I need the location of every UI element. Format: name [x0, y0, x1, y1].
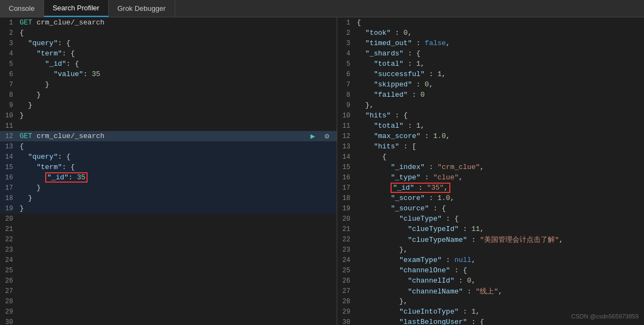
line-number: 22 [0, 236, 17, 243]
left-line-23: 23 [0, 245, 337, 255]
right-line-13: 13 "hits" : [ [337, 141, 644, 152]
line-content: "query": { [17, 39, 337, 47]
line-content: "_score" : 1.0, [355, 194, 644, 202]
right-line-7: 7 "skipped" : 0, [337, 79, 644, 90]
watermark: CSDN @csdn565973859 [571, 313, 639, 320]
right-panel[interactable]: 1{2 "took" : 0,3 "timed_out" : false,4 "… [337, 17, 644, 325]
line-number: 3 [0, 40, 17, 47]
line-content: }, [355, 246, 644, 254]
line-number: 1 [0, 19, 17, 27]
line-content: "total" : 1, [355, 60, 644, 68]
line-content: } [17, 184, 337, 192]
tab-console[interactable]: Console [0, 0, 44, 17]
line-number: 12 [0, 133, 17, 140]
right-line-1: 1{ [337, 17, 644, 28]
right-line-3: 3 "timed_out" : false, [337, 38, 644, 48]
line-content: { [355, 153, 644, 161]
left-line-20: 20 [0, 214, 337, 224]
line-number: 14 [337, 153, 355, 161]
line-number: 13 [0, 143, 17, 151]
right-line-14: 14 { [337, 152, 644, 162]
line-number: 2 [337, 29, 355, 37]
left-line-12: 12GET crm_clue/_search▶⚙ [0, 131, 337, 141]
right-line-25: 25 "channelOne" : { [337, 265, 644, 276]
line-content: "channelName" : "线上", [355, 286, 644, 296]
left-line-27: 27 [0, 286, 337, 296]
tab-search-profiler[interactable]: Search Profiler [44, 0, 109, 17]
line-content: }, [355, 297, 644, 305]
line-content: "successful" : 1, [355, 70, 644, 78]
app-container: Console Search Profiler Grok Debugger 1G… [0, 0, 644, 325]
line-content: } [17, 194, 337, 202]
left-line-9: 9 } [0, 100, 337, 110]
line-content: } [17, 91, 337, 99]
left-panel: 1GET crm_clue/_search2{3 "query": {4 "te… [0, 17, 337, 325]
line-number: 28 [337, 298, 355, 305]
line-number: 28 [0, 298, 17, 305]
line-number: 19 [337, 205, 355, 212]
left-line-21: 21 [0, 224, 337, 234]
line-content: "examType" : null, [355, 256, 644, 264]
left-line-6: 6 "value": 35 [0, 69, 337, 79]
run-button[interactable]: ▶ [307, 131, 318, 142]
left-line-7: 7 } [0, 79, 337, 90]
right-line-2: 2 "took" : 0, [337, 28, 644, 38]
line-number: 7 [0, 81, 17, 89]
line-number: 16 [0, 174, 17, 182]
line-number: 27 [0, 288, 17, 295]
line-content: "timed_out" : false, [355, 39, 644, 47]
right-line-9: 9 }, [337, 100, 644, 110]
line-number: 9 [337, 102, 355, 109]
left-line-3: 3 "query": { [0, 38, 337, 48]
left-line-5: 5 "_id": { [0, 59, 337, 69]
line-number: 1 [337, 19, 355, 27]
right-line-16: 16 "_type" : "clue", [337, 172, 644, 183]
line-content: "_source" : { [355, 204, 644, 212]
right-line-28: 28 }, [337, 296, 644, 307]
line-number: 21 [337, 226, 355, 233]
line-content: "hits" : [ [355, 142, 644, 151]
line-number: 11 [337, 122, 355, 130]
line-content: { [17, 142, 337, 151]
line-number: 24 [337, 257, 355, 264]
line-content: "term": { [17, 49, 337, 58]
line-content: GET crm_clue/_search [17, 18, 337, 27]
left-line-16: 16 "_id": 35 [0, 172, 337, 183]
line-number: 6 [0, 71, 17, 78]
line-number: 7 [337, 81, 355, 89]
line-content: "took" : 0, [355, 29, 644, 37]
right-line-12: 12 "max_score" : 1.0, [337, 131, 644, 141]
tab-bar: Console Search Profiler Grok Debugger [0, 0, 644, 17]
line-number: 3 [337, 40, 355, 47]
line-content: "channelId" : 0, [355, 277, 644, 285]
left-line-15: 15 "term": { [0, 162, 337, 172]
line-number: 8 [337, 91, 355, 99]
line-content: "hits" : { [355, 111, 644, 120]
tab-grok-debugger[interactable]: Grok Debugger [109, 0, 175, 17]
line-number: 29 [337, 308, 355, 316]
right-line-10: 10 "hits" : { [337, 110, 644, 121]
left-line-11: 11 [0, 121, 337, 131]
line-number: 14 [0, 153, 17, 161]
line-number: 27 [337, 288, 355, 295]
left-code-area[interactable]: 1GET crm_clue/_search2{3 "query": {4 "te… [0, 17, 337, 325]
line-number: 9 [0, 102, 17, 109]
line-number: 21 [0, 226, 17, 233]
left-line-28: 28 [0, 296, 337, 307]
left-line-22: 22 [0, 234, 337, 245]
right-line-20: 20 "clueType" : { [337, 214, 644, 224]
line-content: "_shards" : { [355, 49, 644, 58]
line-content: } [17, 80, 337, 89]
line-number: 5 [0, 60, 17, 68]
settings-button[interactable]: ⚙ [321, 131, 332, 142]
line-number: 15 [337, 164, 355, 171]
right-line-24: 24 "examType" : null, [337, 255, 644, 265]
line-content: GET crm_clue/_search [17, 132, 337, 140]
line-number: 8 [0, 91, 17, 99]
line-number: 10 [337, 112, 355, 120]
right-line-18: 18 "_score" : 1.0, [337, 193, 644, 203]
line-number: 20 [337, 215, 355, 223]
line-content: "clueTypeName" : "美国管理会计点击了解", [355, 235, 644, 245]
line-number: 24 [0, 257, 17, 264]
line-content: "_type" : "clue", [355, 173, 644, 182]
